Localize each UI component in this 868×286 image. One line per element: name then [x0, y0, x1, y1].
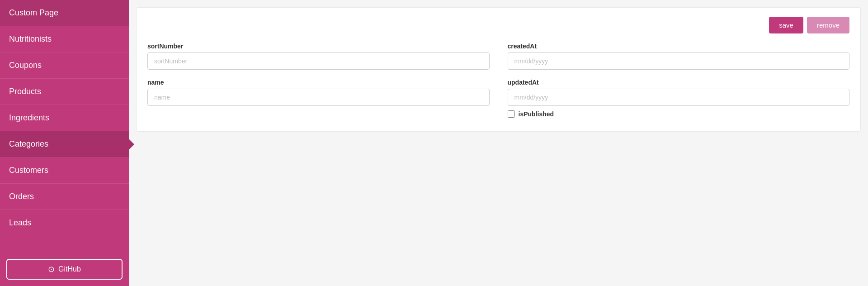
sidebar-item-label: Custom Page — [9, 8, 58, 18]
created-at-group: createdAt — [508, 43, 850, 70]
remove-button[interactable]: remove — [807, 17, 849, 33]
sidebar-item-label: Ingredients — [9, 113, 49, 123]
sidebar-item-leads[interactable]: Leads — [0, 210, 129, 236]
sidebar-item-label: Coupons — [9, 61, 42, 70]
sidebar-item-label: Products — [9, 87, 41, 96]
name-group: name — [147, 79, 490, 118]
github-button[interactable]: ⊙ GitHub — [6, 259, 123, 280]
github-label: GitHub — [58, 265, 81, 273]
created-at-label: createdAt — [508, 43, 850, 50]
is-published-label: isPublished — [519, 110, 554, 118]
sidebar-item-label: Orders — [9, 192, 34, 201]
sidebar-item-categories[interactable]: Categories — [0, 131, 129, 157]
sidebar: Custom Page Nutritionists Coupons Produc… — [0, 0, 129, 286]
updated-at-input[interactable] — [508, 89, 850, 106]
sidebar-item-nutritionists[interactable]: Nutritionists — [0, 26, 129, 52]
sidebar-item-ingredients[interactable]: Ingredients — [0, 105, 129, 131]
sort-number-input[interactable] — [147, 52, 490, 70]
is-published-checkbox[interactable] — [508, 110, 515, 118]
updated-at-label: updatedAt — [508, 79, 850, 86]
toolbar: save remove — [147, 17, 849, 33]
sidebar-item-products[interactable]: Products — [0, 79, 129, 105]
sidebar-item-label: Customers — [9, 166, 48, 175]
sidebar-item-custom-page[interactable]: Custom Page — [0, 0, 129, 26]
created-at-input[interactable] — [508, 52, 850, 70]
sidebar-item-label: Categories — [9, 139, 48, 149]
sidebar-item-label: Leads — [9, 218, 31, 228]
sidebar-item-coupons[interactable]: Coupons — [0, 52, 129, 79]
is-published-group: isPublished — [508, 110, 850, 118]
form-grid: sortNumber createdAt name updatedAt isPu… — [147, 43, 849, 118]
content-card: save remove sortNumber createdAt name up… — [136, 7, 861, 132]
sidebar-item-orders[interactable]: Orders — [0, 184, 129, 210]
sort-number-label: sortNumber — [147, 43, 490, 50]
sidebar-item-label: Nutritionists — [9, 34, 52, 44]
save-button[interactable]: save — [769, 17, 803, 33]
sidebar-item-customers[interactable]: Customers — [0, 157, 129, 184]
main-content: save remove sortNumber createdAt name up… — [129, 0, 868, 286]
github-icon: ⊙ — [48, 264, 55, 274]
name-input[interactable] — [147, 89, 490, 106]
name-label: name — [147, 79, 490, 86]
sort-number-group: sortNumber — [147, 43, 490, 70]
active-arrow-icon — [129, 139, 134, 150]
updated-at-group: updatedAt isPublished — [508, 79, 850, 118]
